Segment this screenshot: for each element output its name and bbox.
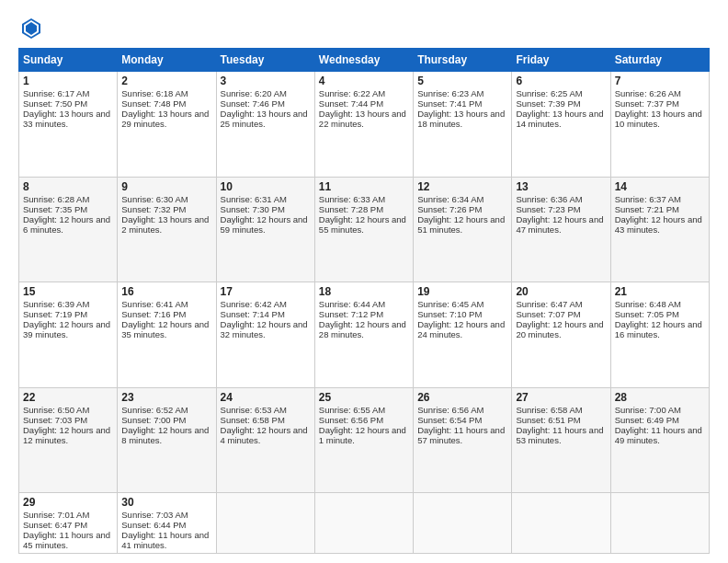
day-info: Sunrise: 6:30 AMSunset: 7:32 PMDaylight:…	[121, 194, 209, 235]
day-info: Sunrise: 6:45 AMSunset: 7:10 PMDaylight:…	[417, 299, 505, 339]
day-info: Sunrise: 6:34 AMSunset: 7:26 PMDaylight:…	[417, 194, 505, 235]
day-number: 15	[23, 285, 113, 298]
calendar-week-2: 8Sunrise: 6:28 AMSunset: 7:35 PMDaylight…	[19, 177, 710, 282]
calendar-cell: 17Sunrise: 6:42 AMSunset: 7:14 PMDayligh…	[216, 282, 314, 388]
calendar-cell: 14Sunrise: 6:37 AMSunset: 7:21 PMDayligh…	[610, 177, 709, 282]
day-info: Sunrise: 6:22 AMSunset: 7:44 PMDaylight:…	[319, 88, 406, 129]
weekday-header-thursday: Thursday	[414, 49, 512, 72]
day-number: 24	[221, 391, 311, 404]
day-number: 29	[23, 496, 113, 509]
calendar-cell: 2Sunrise: 6:18 AMSunset: 7:48 PMDaylight…	[118, 72, 216, 178]
calendar-cell: 5Sunrise: 6:23 AMSunset: 7:41 PMDaylight…	[414, 72, 512, 178]
day-number: 17	[221, 285, 311, 298]
day-info: Sunrise: 6:36 AMSunset: 7:23 PMDaylight:…	[516, 194, 603, 235]
calendar-cell: 4Sunrise: 6:22 AMSunset: 7:44 PMDaylight…	[314, 72, 413, 178]
day-number: 4	[319, 75, 409, 87]
calendar-cell: 21Sunrise: 6:48 AMSunset: 7:05 PMDayligh…	[610, 282, 709, 388]
calendar-cell: 9Sunrise: 6:30 AMSunset: 7:32 PMDaylight…	[118, 177, 216, 282]
weekday-header-wednesday: Wednesday	[314, 49, 413, 72]
day-info: Sunrise: 6:48 AMSunset: 7:05 PMDaylight:…	[615, 299, 702, 339]
day-number: 9	[121, 180, 211, 193]
day-number: 26	[417, 391, 507, 404]
day-info: Sunrise: 6:58 AMSunset: 6:51 PMDaylight:…	[516, 405, 603, 445]
calendar-cell: 24Sunrise: 6:53 AMSunset: 6:58 PMDayligh…	[216, 387, 314, 493]
calendar-cell: 13Sunrise: 6:36 AMSunset: 7:23 PMDayligh…	[512, 177, 610, 282]
calendar-cell	[216, 493, 314, 554]
calendar-cell: 11Sunrise: 6:33 AMSunset: 7:28 PMDayligh…	[314, 177, 413, 282]
day-info: Sunrise: 6:47 AMSunset: 7:07 PMDaylight:…	[516, 299, 603, 339]
day-number: 16	[121, 285, 211, 298]
calendar-cell: 12Sunrise: 6:34 AMSunset: 7:26 PMDayligh…	[414, 177, 512, 282]
day-number: 14	[615, 180, 705, 193]
calendar-cell: 28Sunrise: 7:00 AMSunset: 6:49 PMDayligh…	[610, 387, 709, 493]
calendar-cell: 26Sunrise: 6:56 AMSunset: 6:54 PMDayligh…	[414, 387, 512, 493]
day-number: 25	[319, 391, 409, 404]
calendar-week-4: 22Sunrise: 6:50 AMSunset: 7:03 PMDayligh…	[19, 387, 710, 493]
calendar-cell: 7Sunrise: 6:26 AMSunset: 7:37 PMDaylight…	[610, 72, 709, 178]
day-info: Sunrise: 6:50 AMSunset: 7:03 PMDaylight:…	[23, 405, 110, 445]
calendar-cell	[314, 493, 413, 554]
calendar-cell	[414, 493, 512, 554]
day-info: Sunrise: 6:20 AMSunset: 7:46 PMDaylight:…	[221, 88, 308, 129]
day-info: Sunrise: 7:00 AMSunset: 6:49 PMDaylight:…	[615, 405, 702, 445]
day-number: 19	[417, 285, 507, 298]
calendar-week-5: 29Sunrise: 7:01 AMSunset: 6:47 PMDayligh…	[19, 493, 710, 554]
day-number: 7	[615, 75, 705, 87]
day-info: Sunrise: 6:41 AMSunset: 7:16 PMDaylight:…	[121, 299, 209, 339]
calendar-header: SundayMondayTuesdayWednesdayThursdayFrid…	[19, 49, 710, 72]
day-info: Sunrise: 7:01 AMSunset: 6:47 PMDaylight:…	[23, 510, 110, 550]
calendar-cell: 27Sunrise: 6:58 AMSunset: 6:51 PMDayligh…	[512, 387, 610, 493]
weekday-header-monday: Monday	[118, 49, 216, 72]
day-info: Sunrise: 6:42 AMSunset: 7:14 PMDaylight:…	[221, 299, 308, 339]
calendar-cell: 6Sunrise: 6:25 AMSunset: 7:39 PMDaylight…	[512, 72, 610, 178]
calendar-cell: 10Sunrise: 6:31 AMSunset: 7:30 PMDayligh…	[216, 177, 314, 282]
day-number: 27	[516, 391, 606, 404]
weekday-header-sunday: Sunday	[19, 49, 118, 72]
header	[18, 15, 710, 40]
day-info: Sunrise: 6:55 AMSunset: 6:56 PMDaylight:…	[319, 405, 406, 445]
day-info: Sunrise: 6:28 AMSunset: 7:35 PMDaylight:…	[23, 194, 110, 235]
calendar-cell: 19Sunrise: 6:45 AMSunset: 7:10 PMDayligh…	[414, 282, 512, 388]
day-info: Sunrise: 6:26 AMSunset: 7:37 PMDaylight:…	[615, 88, 702, 129]
weekday-row: SundayMondayTuesdayWednesdayThursdayFrid…	[19, 49, 710, 72]
page: SundayMondayTuesdayWednesdayThursdayFrid…	[0, 0, 728, 563]
weekday-header-tuesday: Tuesday	[216, 49, 314, 72]
day-number: 8	[23, 180, 113, 193]
day-info: Sunrise: 6:17 AMSunset: 7:50 PMDaylight:…	[23, 88, 110, 129]
calendar-cell: 1Sunrise: 6:17 AMSunset: 7:50 PMDaylight…	[19, 72, 118, 178]
day-info: Sunrise: 6:25 AMSunset: 7:39 PMDaylight:…	[516, 88, 603, 129]
calendar-cell: 23Sunrise: 6:52 AMSunset: 7:00 PMDayligh…	[118, 387, 216, 493]
calendar-cell: 22Sunrise: 6:50 AMSunset: 7:03 PMDayligh…	[19, 387, 118, 493]
logo-icon	[18, 15, 44, 40]
day-info: Sunrise: 6:31 AMSunset: 7:30 PMDaylight:…	[221, 194, 308, 235]
day-info: Sunrise: 6:44 AMSunset: 7:12 PMDaylight:…	[319, 299, 406, 339]
weekday-header-friday: Friday	[512, 49, 610, 72]
calendar-cell: 25Sunrise: 6:55 AMSunset: 6:56 PMDayligh…	[314, 387, 413, 493]
calendar-cell	[610, 493, 709, 554]
day-number: 28	[615, 391, 705, 404]
day-info: Sunrise: 6:53 AMSunset: 6:58 PMDaylight:…	[221, 405, 308, 445]
calendar-week-1: 1Sunrise: 6:17 AMSunset: 7:50 PMDaylight…	[19, 72, 710, 178]
calendar-cell: 3Sunrise: 6:20 AMSunset: 7:46 PMDaylight…	[216, 72, 314, 178]
day-number: 20	[516, 285, 606, 298]
calendar-cell	[512, 493, 610, 554]
calendar-cell: 20Sunrise: 6:47 AMSunset: 7:07 PMDayligh…	[512, 282, 610, 388]
day-number: 10	[221, 180, 311, 193]
day-number: 21	[615, 285, 705, 298]
day-number: 18	[319, 285, 409, 298]
day-number: 12	[417, 180, 507, 193]
weekday-header-saturday: Saturday	[610, 49, 709, 72]
calendar-cell: 30Sunrise: 7:03 AMSunset: 6:44 PMDayligh…	[118, 493, 216, 554]
day-number: 2	[121, 75, 211, 87]
day-number: 6	[516, 75, 606, 87]
day-info: Sunrise: 6:37 AMSunset: 7:21 PMDaylight:…	[615, 194, 702, 235]
day-number: 30	[121, 496, 211, 509]
day-info: Sunrise: 6:56 AMSunset: 6:54 PMDaylight:…	[417, 405, 505, 445]
calendar-body: 1Sunrise: 6:17 AMSunset: 7:50 PMDaylight…	[19, 72, 710, 554]
day-info: Sunrise: 6:18 AMSunset: 7:48 PMDaylight:…	[121, 88, 209, 129]
day-info: Sunrise: 6:39 AMSunset: 7:19 PMDaylight:…	[23, 299, 110, 339]
day-number: 11	[319, 180, 409, 193]
day-number: 5	[417, 75, 507, 87]
day-number: 23	[121, 391, 211, 404]
logo	[18, 15, 48, 40]
